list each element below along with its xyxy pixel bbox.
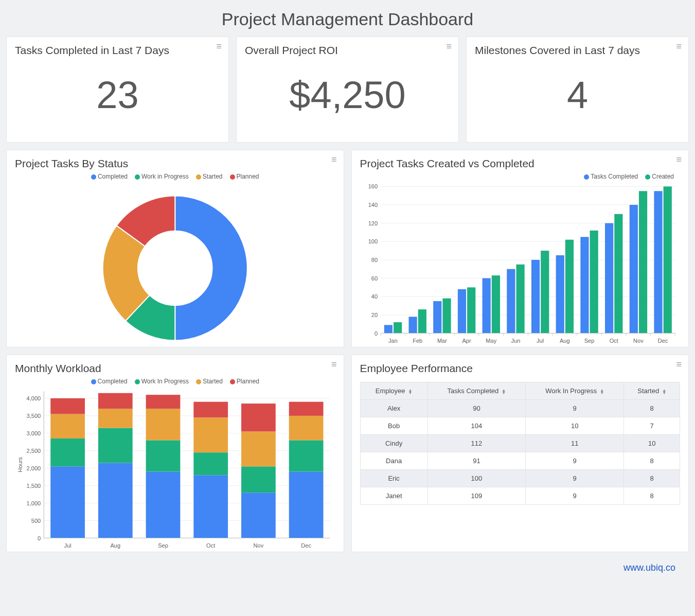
svg-rect-26 [433,301,441,333]
kpi-value: 23 [15,76,220,114]
svg-text:3,000: 3,000 [27,430,41,436]
svg-text:0: 0 [38,535,41,541]
svg-text:4,000: 4,000 [27,395,41,401]
menu-icon[interactable]: ≡ [676,359,682,370]
kpi-value: 4 [475,76,680,114]
svg-text:Dec: Dec [301,542,311,549]
svg-rect-47 [565,240,573,333]
svg-text:0: 0 [374,330,377,337]
menu-icon[interactable]: ≡ [331,154,337,165]
svg-text:Feb: Feb [413,338,422,344]
svg-rect-92 [98,463,133,538]
svg-rect-58 [629,205,637,333]
menu-icon[interactable]: ≡ [331,359,337,370]
sort-icon[interactable]: ▲▼ [600,389,604,394]
svg-rect-104 [193,417,228,452]
table-cell: 112 [427,435,525,452]
svg-text:Jul: Jul [537,338,544,344]
kpi-card-roi: ≡ Overall Project ROI $4,250 [236,37,459,143]
svg-text:80: 80 [371,257,377,263]
svg-rect-87 [50,466,85,538]
svg-rect-99 [146,409,181,440]
svg-rect-42 [531,260,539,333]
legend-item[interactable]: Started [196,173,223,180]
sort-icon[interactable]: ▲▼ [408,389,413,394]
svg-rect-113 [289,440,324,471]
svg-rect-46 [556,255,564,333]
menu-icon[interactable]: ≡ [216,41,222,52]
legend-item[interactable]: Started [196,378,223,385]
card-title: Monthly Workload [15,362,335,375]
legend-item[interactable]: Work In Progress [135,378,189,385]
svg-text:Oct: Oct [206,542,215,549]
svg-text:Jan: Jan [388,338,398,344]
table-row: Bob104107 [360,417,680,435]
sort-icon[interactable]: ▲▼ [662,389,666,394]
svg-rect-38 [507,269,515,333]
menu-icon[interactable]: ≡ [676,41,682,52]
table-header[interactable]: Employee▲▼ [360,382,427,400]
svg-text:100: 100 [368,238,377,244]
table-cell: 10 [624,435,680,452]
svg-rect-98 [146,440,181,471]
legend-item[interactable]: Planned [230,173,259,180]
legend-item[interactable]: Completed [91,378,128,385]
table-cell: 9 [526,452,624,470]
table-cell: 9 [526,470,624,487]
svg-text:Jun: Jun [511,338,520,344]
svg-rect-103 [193,452,228,475]
svg-rect-23 [418,309,426,333]
sort-icon[interactable]: ▲▼ [502,389,506,394]
svg-rect-19 [394,322,402,333]
table-row: Alex9098 [360,400,680,417]
legend-item[interactable]: Work in Progress [135,173,189,180]
svg-rect-93 [98,428,133,463]
card-title: Project Tasks By Status [15,157,335,170]
svg-rect-95 [98,393,133,409]
legend-item[interactable]: Created [645,173,674,180]
watermark: www.ubiq.co [6,559,689,574]
svg-text:2,000: 2,000 [27,465,41,471]
svg-text:60: 60 [371,275,377,281]
svg-rect-63 [663,186,671,333]
legend-item[interactable]: Planned [230,378,259,385]
menu-icon[interactable]: ≡ [446,41,452,52]
table-cell: 11 [526,435,624,452]
svg-rect-54 [605,223,613,333]
svg-rect-97 [146,472,181,538]
svg-rect-50 [580,237,589,333]
svg-text:3,500: 3,500 [27,413,41,419]
table-cell: 109 [427,487,525,505]
table-cell: 7 [624,417,680,435]
table-header[interactable]: Started▲▼ [624,382,680,400]
kpi-card-milestones: ≡ Milestones Covered in Last 7 days 4 [466,37,689,143]
table-cell: 8 [624,452,680,470]
table-header[interactable]: Work In Progress▲▼ [526,382,624,400]
svg-rect-59 [638,191,647,333]
table-cell: 91 [427,452,525,470]
svg-text:Hours: Hours [17,457,23,472]
table-cell: 8 [624,470,680,487]
table-cell: 8 [624,400,680,417]
card-project-tasks-by-status: ≡ Project Tasks By Status CompletedWork … [6,150,344,347]
svg-rect-43 [541,251,549,333]
kpi-value: $4,250 [245,76,450,114]
table-header[interactable]: Tasks Completed▲▼ [427,382,525,400]
svg-rect-88 [50,438,85,466]
table-cell: 9 [526,400,624,417]
kpi-card-tasks-completed: ≡ Tasks Completed in Last 7 Days 23 [6,37,229,143]
svg-text:160: 160 [368,183,377,189]
svg-rect-94 [98,409,133,428]
kpi-title: Tasks Completed in Last 7 Days [15,44,220,57]
svg-rect-112 [289,472,324,538]
kpi-title: Milestones Covered in Last 7 days [475,44,680,57]
page-title: Project Management Dashboard [6,9,689,29]
legend-item[interactable]: Completed [91,173,128,180]
svg-rect-100 [146,395,181,409]
svg-text:Apr: Apr [462,338,471,344]
legend-item[interactable]: Tasks Completed [584,173,638,180]
svg-text:20: 20 [371,312,377,318]
svg-rect-115 [289,402,324,416]
performance-table: Employee▲▼Tasks Completed▲▼Work In Progr… [360,382,681,505]
menu-icon[interactable]: ≡ [676,154,682,165]
